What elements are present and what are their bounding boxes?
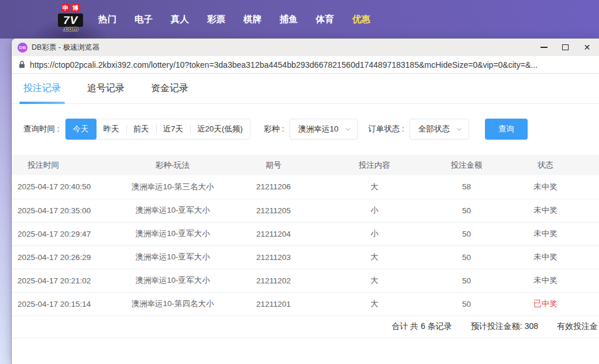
nav-item-lottery[interactable]: 彩票 [207,13,225,26]
status-filter-label: 订单状态 : [369,124,405,134]
time-option-today[interactable]: 今天 [66,119,97,140]
cell-status: 未中奖 [515,175,576,199]
minimize-icon [541,47,548,47]
time-range-group: 今天 昨天 前天 近7天 近20天(低频) [65,119,251,140]
cell-issue: 21211201 [216,292,331,316]
nav-item-fishing[interactable]: 捕鱼 [280,13,298,26]
col-status: 状态 [515,155,576,175]
nav-item-promo[interactable]: 优惠 [352,13,370,26]
logo-badge-bo: 博 [71,4,80,12]
time-option-20days[interactable]: 近20天(低频) [190,119,250,140]
time-filter-label: 查询时间 : [23,124,60,134]
cell-issue: 21211206 [216,175,331,199]
lottery-filter-label: 彩种 : [264,124,284,134]
window-titlebar[interactable]: DB DB彩票 - 极速浏览器 ✕ [12,39,599,56]
cell-game-play: 澳洲幸运10-亚军大小 [129,199,216,222]
logo-badge-shen: 申 [61,4,70,12]
filter-bar: 查询时间 : 今天 昨天 前天 近7天 近20天(低频) 彩种 : 澳洲幸运10… [23,119,591,140]
cell-issue: 21211203 [216,245,331,269]
chevron-down-icon [345,126,352,133]
minimize-button[interactable] [533,39,555,56]
cell-bet-time: 2025-04-17 20:26:29 [12,245,129,269]
table-row: 2025-04-17 20:21:02 澳洲幸运10-亚军大小 21211202… [12,269,599,292]
time-option-7days[interactable]: 近7天 [156,119,191,140]
cell-game-play: 澳洲幸运10-亚军大小 [129,222,216,245]
record-tabs: 投注记录 追号记录 资金记录 [12,74,599,104]
tab-bet-records[interactable]: 投注记录 [23,74,61,103]
time-option-yesterday[interactable]: 昨天 [97,119,126,140]
cell-game-play: 澳洲幸运10-亚军大小 [129,245,216,269]
cell-spacer [576,269,599,292]
cell-bet-time: 2025-04-17 20:21:02 [12,269,129,292]
logo-badges: 申 博 [58,4,83,12]
bet-records-table: 投注时间 彩种-玩法 期号 投注内容 投注金额 状态 2025-04-17 20… [12,155,599,316]
maximize-button[interactable] [555,39,576,56]
nav-item-sports[interactable]: 体育 [316,13,334,26]
cell-bet-content: 小 [331,199,418,222]
address-bar[interactable]: https://ctop02pcali.2kbxi392.com/lottery… [12,56,599,74]
order-status-select[interactable]: 全部状态 [409,119,469,140]
lottery-select[interactable]: 澳洲幸运10 [290,119,358,140]
site-logo[interactable]: 申 博 7V .com [58,4,83,32]
table-body: 2025-04-17 20:40:50 澳洲幸运10-第三名大小 2121120… [12,175,599,316]
time-option-day-before[interactable]: 前天 [126,119,156,140]
summary-total: 合计 共 6 条记录 [391,321,452,332]
close-icon: ✕ [584,43,591,51]
cell-bet-time: 2025-04-17 20:29:47 [12,222,129,245]
table-row: 2025-04-17 20:26:29 澳洲幸运10-亚军大小 21211203… [12,245,599,269]
table-row: 2025-04-17 20:29:47 澳洲幸运10-亚军大小 21211204… [12,222,599,245]
cell-bet-time: 2025-04-17 20:40:50 [12,175,129,199]
browser-window: DB DB彩票 - 极速浏览器 ✕ https://ctop02pcali.2k… [12,39,599,364]
cell-spacer [576,292,599,316]
col-bet-amount: 投注金额 [418,155,515,175]
tab-chase-records[interactable]: 追号记录 [87,74,125,103]
cell-bet-amount: 58 [418,175,515,199]
lottery-select-value: 澳洲幸运10 [298,124,339,134]
cell-bet-content: 小 [331,222,418,245]
cell-spacer [576,222,599,245]
cell-bet-content: 大 [331,175,418,199]
table-header: 投注时间 彩种-玩法 期号 投注内容 投注金额 状态 [12,155,599,175]
cell-spacer [576,245,599,269]
close-button[interactable]: ✕ [576,39,598,56]
cell-status: 未中奖 [515,199,576,222]
cell-game-play: 澳洲幸运10-第三名大小 [129,175,216,199]
site-nav: 热门 电子 真人 彩票 棋牌 捕鱼 体育 优惠 [98,0,370,39]
cell-bet-amount: 50 [418,222,515,245]
cell-spacer [576,199,599,222]
summary-valid-amount: 有效投注金 [557,321,598,332]
cell-bet-time: 2025-04-17 20:15:14 [12,292,129,316]
cell-bet-amount: 50 [418,292,515,316]
cell-spacer [576,175,599,199]
summary-expected-amount: 预计投注金额: 308 [471,321,538,332]
cell-bet-content: 大 [331,269,418,292]
lock-icon [19,61,25,68]
cell-status: 未中奖 [515,245,576,269]
cell-game-play: 澳洲幸运10-第四名大小 [129,292,216,316]
col-bet-content: 投注内容 [331,155,418,175]
col-game-play: 彩种-玩法 [129,155,216,175]
cell-game-play: 澳洲幸运10-亚军大小 [129,269,216,292]
chevron-down-icon [456,126,463,133]
cell-bet-time: 2025-04-17 20:35:00 [12,199,129,222]
cell-bet-amount: 50 [418,245,515,269]
cell-issue: 21211204 [216,222,331,245]
tab-fund-records[interactable]: 资金记录 [151,74,188,103]
logo-suffix-text: .com [58,25,83,32]
nav-item-live[interactable]: 真人 [171,13,189,26]
cell-status: 未中奖 [515,222,576,245]
cell-bet-amount: 50 [418,269,515,292]
url-text: https://ctop02pcali.2kbxi392.com/lottery… [30,60,538,70]
cell-bet-content: 大 [331,245,418,269]
cell-issue: 21211205 [216,199,331,222]
search-button[interactable]: 查询 [485,119,528,140]
table-row: 2025-04-17 20:40:50 澳洲幸运10-第三名大小 2121120… [12,175,599,199]
maximize-icon [562,44,569,50]
nav-item-slots[interactable]: 电子 [135,13,153,26]
window-controls: ✕ [533,39,598,56]
cell-status: 未中奖 [515,269,576,292]
window-title: DB彩票 - 极速浏览器 [32,43,99,53]
nav-item-cards[interactable]: 棋牌 [243,13,261,26]
nav-item-hot[interactable]: 热门 [98,13,116,26]
col-bet-time: 投注时间 [12,155,129,175]
